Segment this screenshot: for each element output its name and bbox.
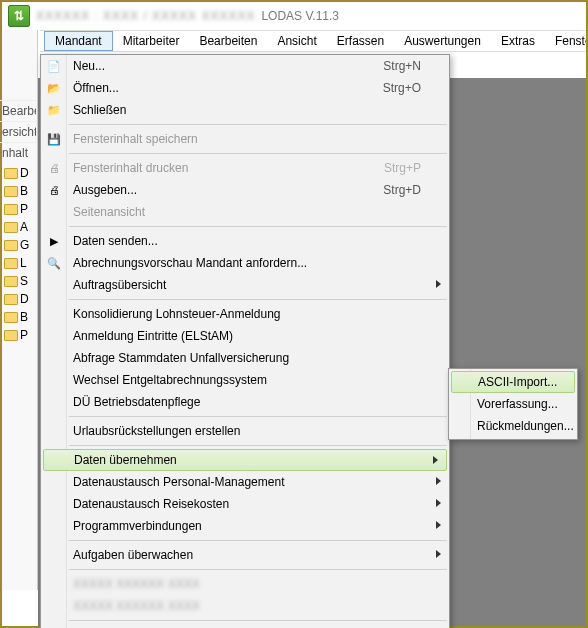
menu-item-ffnen[interactable]: 📂Öffnen...Strg+O: [41, 77, 449, 99]
tree-item[interactable]: G: [2, 236, 32, 254]
menu-item-blur[interactable]: XXXXX XXXXXX XXXX: [41, 595, 449, 617]
menu-item-urlaubsrckstellungen[interactable]: Urlaubsrückstellungen erstellen: [41, 420, 449, 442]
submenu-item-asciiimport[interactable]: ASCII-Import...: [451, 371, 575, 393]
menu-separator: [69, 299, 447, 300]
menu-item-label: Abfrage Stammdaten Unfallversicherung: [73, 351, 289, 365]
new-icon: 📄: [46, 58, 62, 74]
menu-separator: [69, 620, 447, 621]
menu-item-blur[interactable]: XXXXX XXXXXX XXXX: [41, 573, 449, 595]
send-icon: ▶: [46, 233, 62, 249]
menu-separator: [69, 540, 447, 541]
menu-separator: [69, 226, 447, 227]
menu-item-label: Ausgeben...: [73, 183, 137, 197]
menu-item-anmeldungeintritteel[interactable]: Anmeldung Eintritte (ELStAM): [41, 325, 449, 347]
tree-label: B: [20, 310, 28, 324]
menu-extras[interactable]: Extras: [491, 32, 545, 50]
submenu-arrow-icon: [436, 280, 441, 288]
tree-label: P: [20, 202, 28, 216]
menu-item-fensterinhaltspeiche: 💾Fensterinhalt speichern: [41, 128, 449, 150]
tree-label: G: [20, 238, 29, 252]
side-bearbe[interactable]: Bearbe: [0, 100, 36, 121]
menu-item-abrechnungsvorschaum[interactable]: 🔍Abrechnungsvorschau Mandant anfordern..…: [41, 252, 449, 274]
menu-item-schlieen[interactable]: 📁Schließen: [41, 99, 449, 121]
submenu-item-vorerfassung[interactable]: Vorerfassung...: [449, 393, 577, 415]
tree-item[interactable]: S: [2, 272, 32, 290]
titlebar: ⇅ XXXXXX : XXXX / XXXXX XXXXXX LODAS V.1…: [2, 2, 586, 30]
print-icon: 🖨: [46, 160, 62, 176]
menu-item-label: Abrechnungsvorschau Mandant anfordern...: [73, 256, 307, 270]
menu-item-ausgeben[interactable]: 🖨Ausgeben...Strg+D: [41, 179, 449, 201]
menu-item-abfragestammdatenunf[interactable]: Abfrage Stammdaten Unfallversicherung: [41, 347, 449, 369]
menu-item-beenden[interactable]: BeendenAlt+F4: [41, 624, 449, 628]
folder-icon: [4, 276, 18, 287]
shortcut: Strg+N: [383, 59, 421, 73]
menu-item-label: Datenaustausch Personal-Management: [73, 475, 284, 489]
folder-icon: [4, 204, 18, 215]
folder-icon: [4, 312, 18, 323]
tree-item[interactable]: B: [2, 308, 32, 326]
tree-item[interactable]: P: [2, 326, 32, 344]
submenu-arrow-icon: [436, 521, 441, 529]
menu-separator: [69, 416, 447, 417]
tree-label: B: [20, 184, 28, 198]
menu-item-label: Fensterinhalt drucken: [73, 161, 188, 175]
folder-icon: [4, 222, 18, 233]
menu-item-neu[interactable]: 📄Neu...Strg+N: [41, 55, 449, 77]
menu-separator: [69, 569, 447, 570]
menu-item-label: Öffnen...: [73, 81, 119, 95]
folder-icon: [4, 258, 18, 269]
menu-mitarbeiter[interactable]: Mitarbeiter: [113, 32, 190, 50]
tree-item[interactable]: B: [2, 182, 32, 200]
menu-auswertungen[interactable]: Auswertungen: [394, 32, 491, 50]
tree-item[interactable]: A: [2, 218, 32, 236]
side-nhalt: nhalt: [0, 142, 36, 163]
menu-item-label: DÜ Betriebsdatenpflege: [73, 395, 200, 409]
window-title: LODAS V.11.3: [261, 9, 339, 23]
menu-separator: [69, 124, 447, 125]
menu-bearbeiten[interactable]: Bearbeiten: [189, 32, 267, 50]
submenu-item-label: ASCII-Import...: [478, 375, 557, 389]
folder-icon: [4, 330, 18, 341]
mandant-menu: 📄Neu...Strg+N📂Öffnen...Strg+O📁Schließen💾…: [40, 54, 450, 628]
shortcut: Strg+D: [383, 183, 421, 197]
menu-erfassen[interactable]: Erfassen: [327, 32, 394, 50]
tree-label: D: [20, 166, 29, 180]
save-icon: 💾: [46, 131, 62, 147]
tree-label: L: [20, 256, 27, 270]
menu-item-label: Seitenansicht: [73, 205, 145, 219]
menu-item-wechselentgeltabrech[interactable]: Wechsel Entgeltabrechnungssystem: [41, 369, 449, 391]
menu-item-label: Wechsel Entgeltabrechnungssystem: [73, 373, 267, 387]
folder-icon: [4, 168, 18, 179]
menu-item-programmverbindungen[interactable]: Programmverbindungen: [41, 515, 449, 537]
menu-ansicht[interactable]: Ansicht: [267, 32, 326, 50]
folder-icon: [4, 294, 18, 305]
menu-item-datenaustauschperson[interactable]: Datenaustausch Personal-Management: [41, 471, 449, 493]
menu-mandant[interactable]: Mandant: [44, 31, 113, 51]
menu-item-auftragsbersicht[interactable]: Auftragsübersicht: [41, 274, 449, 296]
submenu-arrow-icon: [436, 550, 441, 558]
tree-item[interactable]: L: [2, 254, 32, 272]
daten-uebernehmen-submenu: ASCII-Import...Vorerfassung...Rückmeldun…: [448, 368, 578, 440]
tree-item[interactable]: D: [2, 164, 32, 182]
menu-item-datenaustauschreisek[interactable]: Datenaustausch Reisekosten: [41, 493, 449, 515]
tree-item[interactable]: D: [2, 290, 32, 308]
menu-item-label: Daten übernehmen: [74, 453, 177, 467]
side-labels: Bearbe ersicht: nhalt: [0, 100, 36, 163]
menu-item-datenbernehmen[interactable]: Daten übernehmen: [43, 449, 447, 471]
side-ersicht: ersicht:: [0, 121, 36, 142]
submenu-arrow-icon: [436, 477, 441, 485]
submenu-item-rckmeldungen[interactable]: Rückmeldungen...: [449, 415, 577, 437]
menu-item-label: Schließen: [73, 103, 126, 117]
submenu-item-label: Rückmeldungen...: [477, 419, 574, 433]
folder-icon: [4, 186, 18, 197]
tree-label: S: [20, 274, 28, 288]
menu-item-konsolidierunglohnst[interactable]: Konsolidierung Lohnsteuer-Anmeldung: [41, 303, 449, 325]
menu-item-dbetriebsdatenpflege[interactable]: DÜ Betriebsdatenpflege: [41, 391, 449, 413]
menu-item-label: Anmeldung Eintritte (ELStAM): [73, 329, 233, 343]
menu-item-datensenden[interactable]: ▶Daten senden...: [41, 230, 449, 252]
menu-item-aufgabenberwachen[interactable]: Aufgaben überwachen: [41, 544, 449, 566]
menu-fenster[interactable]: Fenster: [545, 32, 588, 50]
tree-label: P: [20, 328, 28, 342]
menu-separator: [69, 153, 447, 154]
tree-item[interactable]: P: [2, 200, 32, 218]
